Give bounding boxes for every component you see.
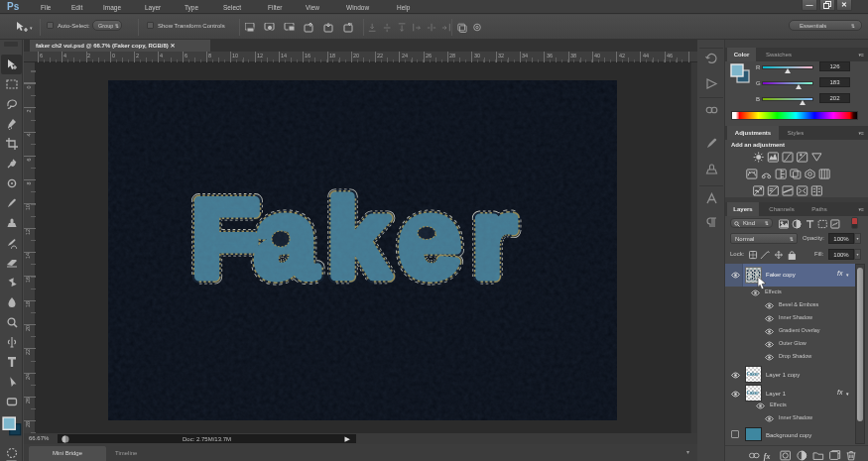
svg-text:fx: fx (764, 452, 771, 461)
